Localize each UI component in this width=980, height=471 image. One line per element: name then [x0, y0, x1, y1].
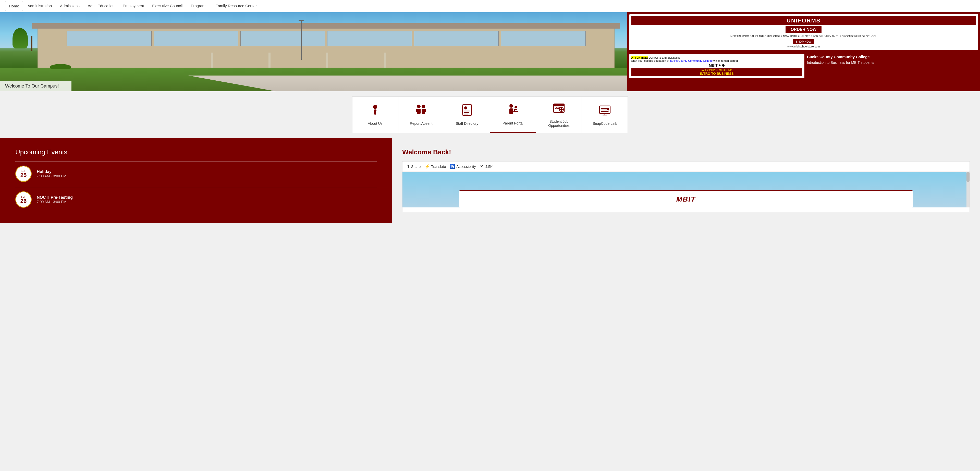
views-button[interactable]: 👁 4.5K [480, 164, 493, 169]
share-icon: ⬆ [407, 164, 410, 169]
mbit-logo: MBIT + ⊕ [632, 63, 802, 67]
about-us-label: About Us [368, 121, 383, 126]
parent-portal-label: Parent Portal [503, 121, 523, 125]
nav-link-executive-council[interactable]: Executive Council [148, 1, 186, 10]
eye-icon: 👁 [480, 164, 484, 169]
svg-rect-21 [513, 111, 518, 112]
quick-link-snapcode[interactable]: SnapCode Link [582, 97, 628, 133]
svg-point-19 [514, 106, 517, 108]
event-item-2: SEP 26 NOCTI Pre-Testing 7:00 AM - 3:00 … [15, 191, 377, 208]
intro-banner: FALL COURSE OFFERING: INTRO TO BUSINESS [632, 68, 802, 76]
share-button[interactable]: ⬆ Share [407, 164, 421, 169]
nav-item-executive-council[interactable]: Executive Council [148, 1, 186, 11]
nav-item-admissions[interactable]: Admissions [56, 1, 83, 11]
snapcode-label: SnapCode Link [593, 121, 617, 126]
nav-link-home[interactable]: Home [5, 1, 23, 11]
fall-course-label: FALL COURSE OFFERING: [701, 69, 733, 72]
events-divider [15, 161, 377, 162]
nav-item-employment[interactable]: Employment [119, 1, 148, 11]
views-count: 4.5K [485, 165, 493, 169]
events-sidebar: Upcoming Events SEP 25 Holiday 7:00 AM -… [0, 138, 392, 223]
quick-link-staff-directory[interactable]: Staff Directory [444, 97, 490, 133]
embed-scrollbar[interactable] [966, 172, 969, 207]
event-date-circle-1: SEP 25 [15, 165, 32, 182]
uniforms-header: UNIFORMS [632, 16, 976, 25]
svg-rect-16 [462, 107, 463, 113]
college-ad: ATTENTION: JUNIORS and SENIORS Start you… [627, 52, 980, 80]
bushes [50, 64, 71, 69]
college-link[interactable]: Bucks County Community College [670, 59, 713, 62]
order-now-button[interactable]: ORDER NOW [786, 26, 821, 33]
nav-item-home[interactable]: Home [5, 1, 23, 11]
staff-directory-label: Staff Directory [456, 121, 478, 126]
info-icon [369, 104, 381, 118]
nav-item-adult-education[interactable]: Adult Education [84, 1, 118, 11]
share-label: Share [411, 165, 421, 169]
nav-link-administration[interactable]: Administration [24, 1, 56, 10]
svg-point-12 [464, 107, 467, 110]
college-subtitle: Introduction to Business for MBIT studen… [807, 60, 978, 65]
nav-link-adult-education[interactable]: Adult Education [84, 1, 118, 10]
nav-menu: Home Administration Admissions Adult Edu… [5, 1, 260, 11]
hero-caption: Welcome To Our Campus! [0, 81, 72, 91]
store-url: www.mbitschoolstore.com [632, 45, 976, 48]
light-pole [301, 20, 302, 60]
shop-now-button[interactable]: SHOP NOW [793, 39, 815, 44]
student-jobs-label: Student Job Opportunities [539, 119, 579, 127]
nav-item-family-resource-center[interactable]: Family Resource Center [212, 1, 260, 11]
nav-link-family-resource-center[interactable]: Family Resource Center [212, 1, 260, 10]
translate-button[interactable]: ⚡ Translate [425, 164, 446, 169]
svg-rect-1 [374, 110, 376, 115]
column-3 [326, 53, 328, 70]
campus-photo [0, 12, 627, 91]
svg-point-8 [422, 105, 425, 108]
column-2 [269, 53, 270, 70]
svg-rect-10 [424, 109, 426, 112]
report-absent-label: Report Absent [410, 121, 433, 126]
quick-link-about-us[interactable]: About Us [352, 97, 398, 133]
accessibility-button[interactable]: ♿ Accessibility [450, 164, 476, 169]
students-icon [414, 104, 428, 118]
attention-label: ATTENTION: [632, 56, 648, 59]
translate-label: Translate [431, 165, 446, 169]
mbit-plus-text: MBIT + [709, 63, 721, 67]
embed-toolbar: ⬆ Share ⚡ Translate ♿ Accessibility 👁 4.… [402, 162, 969, 172]
svg-point-17 [509, 104, 513, 108]
college-name: Bucks County Community College [807, 54, 978, 60]
quick-link-report-absent[interactable]: Report Absent [398, 97, 444, 133]
scrollbar-thumb[interactable] [966, 172, 969, 182]
svg-rect-28 [554, 104, 564, 107]
column-4 [384, 53, 386, 70]
embed-card: MBIT [459, 190, 913, 207]
quick-link-parent-portal[interactable]: Parent Portal [490, 97, 536, 133]
nav-link-employment[interactable]: Employment [119, 1, 148, 10]
navigation: Home Administration Admissions Adult Edu… [0, 0, 980, 12]
nav-item-programs[interactable]: Programs [187, 1, 211, 11]
college-ad-left: ATTENTION: JUNIORS and SENIORS Start you… [629, 54, 804, 78]
embed-body: MBIT [402, 172, 969, 207]
events-title: Upcoming Events [15, 148, 377, 156]
svg-rect-4 [375, 106, 375, 108]
hero-section: Welcome To Our Campus! UNIFORMS ORDER NO… [0, 12, 980, 91]
nav-link-programs[interactable]: Programs [187, 1, 211, 10]
nav-item-administration[interactable]: Administration [24, 1, 56, 11]
svg-point-3 [375, 105, 375, 106]
windows-row [67, 31, 585, 46]
svg-rect-22 [515, 110, 517, 111]
event-name-2: NOCTI Pre-Testing [37, 195, 73, 200]
event-time-2: 7:00 AM - 3:00 PM [37, 200, 73, 204]
tree-trunk-left [32, 36, 32, 51]
hero-caption-text: Welcome To Our Campus! [5, 83, 59, 89]
nav-link-admissions[interactable]: Admissions [56, 1, 83, 10]
parent-icon [506, 103, 520, 118]
hero-sidebar: UNIFORMS ORDER NOW MBIT UNIFORM SALES AR… [627, 12, 980, 91]
college-body: Start your college education at [632, 59, 670, 62]
column-1 [211, 53, 213, 70]
uniforms-description: MBIT UNIFORM SALES ARE OPEN! ORDER NOW U… [632, 35, 976, 38]
hero-image: Welcome To Our Campus! [0, 12, 627, 91]
svg-rect-2 [374, 110, 377, 111]
event-name-1: Holiday [37, 169, 66, 174]
svg-point-5 [417, 105, 421, 108]
event-time-1: 7:00 AM - 3:00 PM [37, 174, 66, 178]
quick-link-student-jobs[interactable]: JOBS Student Job Opportunities [536, 97, 582, 133]
